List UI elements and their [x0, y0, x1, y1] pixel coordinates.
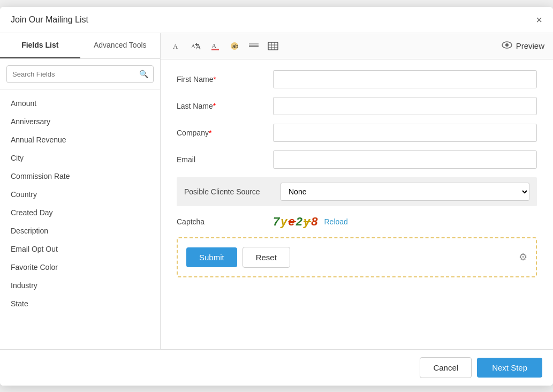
modal: Join Our Mailing List × Fields List Adva…	[0, 7, 553, 386]
font-color-icon[interactable]: A	[208, 39, 223, 54]
search-input[interactable]	[6, 65, 154, 83]
company-input[interactable]	[273, 124, 537, 142]
next-step-button[interactable]: Next Step	[477, 358, 542, 378]
field-item[interactable]: Created Day	[0, 203, 160, 222]
first-name-row: First Name*	[177, 70, 537, 88]
svg-rect-6	[211, 49, 219, 50]
last-name-input[interactable]	[273, 97, 537, 115]
company-label: Company*	[177, 129, 273, 137]
first-name-label: First Name*	[177, 75, 273, 84]
search-box: 🔍	[0, 59, 160, 90]
source-row: Posible Cliente Source None	[177, 177, 537, 206]
svg-point-17	[505, 43, 509, 47]
modal-title: Join Our Mailing List	[11, 15, 88, 25]
form-area: First Name* Last Name* Company*	[161, 59, 553, 349]
source-select[interactable]: None	[281, 183, 529, 201]
font-size-up-icon[interactable]: A A	[188, 39, 203, 54]
preview-label: Preview	[516, 41, 544, 50]
required-star: *	[213, 75, 216, 84]
toolbar: A A A A	[161, 33, 553, 59]
first-name-input[interactable]	[273, 70, 537, 88]
svg-text:ab: ab	[232, 43, 239, 49]
field-item[interactable]: Email Opt Out	[0, 240, 160, 258]
required-star: *	[213, 102, 216, 110]
cancel-button[interactable]: Cancel	[420, 357, 472, 378]
field-item[interactable]: Anniversary	[0, 112, 160, 131]
modal-body: Fields List Advanced Tools 🔍 AmountAnniv…	[0, 33, 553, 349]
email-label: Email	[177, 155, 273, 164]
required-star: *	[209, 129, 211, 137]
table-icon[interactable]	[266, 39, 281, 54]
tab-advanced-tools[interactable]: Advanced Tools	[80, 33, 161, 58]
last-name-label: Last Name*	[177, 102, 273, 110]
right-panel: A A A A	[161, 33, 553, 349]
captcha-label: Captcha	[177, 217, 273, 226]
captcha-row: Captcha 7ye2y8 Reload	[177, 215, 537, 229]
submit-area: Submit Reset ⚙	[177, 237, 537, 277]
email-input[interactable]	[273, 150, 537, 169]
reload-link[interactable]: Reload	[324, 217, 348, 226]
field-item[interactable]: Country	[0, 185, 160, 203]
separator-icon[interactable]	[246, 39, 261, 54]
company-row: Company*	[177, 124, 537, 142]
field-item[interactable]: Amount	[0, 94, 160, 112]
tab-fields-list[interactable]: Fields List	[0, 33, 80, 58]
preview-button[interactable]: Preview	[501, 41, 544, 51]
submit-button[interactable]: Submit	[186, 247, 237, 267]
tabs: Fields List Advanced Tools	[0, 33, 160, 59]
svg-text:A: A	[211, 42, 217, 50]
font-size-icon[interactable]: A	[169, 39, 184, 54]
reset-button[interactable]: Reset	[243, 247, 290, 268]
modal-header: Join Our Mailing List ×	[0, 7, 553, 33]
close-button[interactable]: ×	[536, 14, 542, 25]
highlight-icon[interactable]: ab	[227, 39, 242, 54]
svg-rect-11	[268, 42, 278, 50]
eye-icon	[501, 41, 513, 51]
email-row: Email	[177, 150, 537, 169]
search-icon: 🔍	[139, 70, 148, 78]
field-item[interactable]: Industry	[0, 276, 160, 295]
field-item[interactable]: City	[0, 149, 160, 167]
svg-text:A: A	[173, 42, 178, 50]
field-item[interactable]: Commission Rate	[0, 167, 160, 185]
svg-text:A: A	[191, 43, 195, 49]
field-item[interactable]: Description	[0, 222, 160, 240]
captcha-image: 7ye2y8	[273, 215, 319, 229]
field-item[interactable]: State	[0, 295, 160, 313]
fields-list: AmountAnniversaryAnnual RevenueCityCommi…	[0, 90, 160, 349]
settings-icon[interactable]: ⚙	[519, 251, 527, 263]
field-item[interactable]: Annual Revenue	[0, 131, 160, 149]
left-panel: Fields List Advanced Tools 🔍 AmountAnniv…	[0, 33, 161, 349]
modal-footer: Cancel Next Step	[0, 349, 553, 386]
last-name-row: Last Name*	[177, 97, 537, 115]
source-label: Posible Cliente Source	[184, 187, 281, 196]
field-item[interactable]: Favorite Color	[0, 258, 160, 276]
